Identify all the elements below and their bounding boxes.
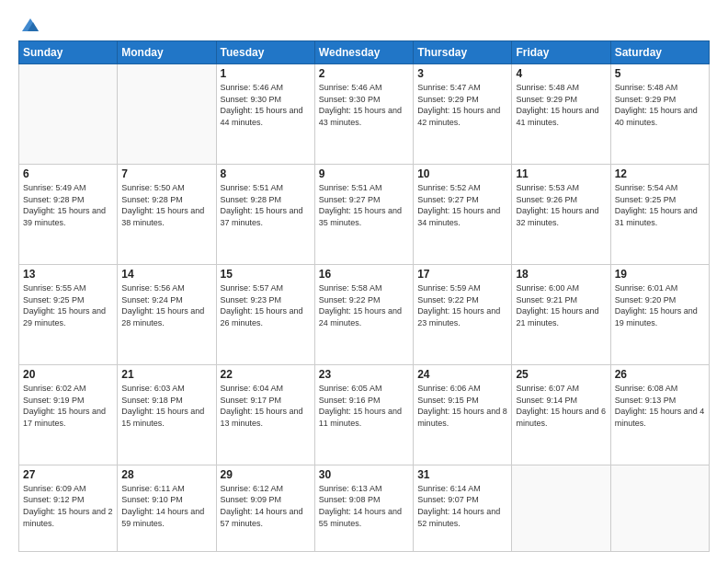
calendar-cell: 7Sunrise: 5:50 AMSunset: 9:28 PMDaylight…	[118, 164, 216, 264]
day-number: 29	[221, 468, 311, 481]
day-info: Sunrise: 5:46 AMSunset: 9:30 PMDaylight:…	[319, 82, 409, 128]
day-info: Sunrise: 5:55 AMSunset: 9:25 PMDaylight:…	[23, 282, 113, 328]
calendar-cell: 8Sunrise: 5:51 AMSunset: 9:28 PMDaylight…	[216, 164, 314, 264]
day-info: Sunrise: 6:02 AMSunset: 9:19 PMDaylight:…	[23, 383, 113, 429]
weekday-header-thursday: Thursday	[414, 41, 512, 64]
calendar-cell: 14Sunrise: 5:56 AMSunset: 9:24 PMDayligh…	[118, 264, 216, 364]
day-number: 27	[23, 468, 113, 481]
weekday-header-monday: Monday	[118, 41, 216, 64]
day-number: 19	[615, 268, 705, 281]
day-number: 8	[221, 167, 311, 180]
day-info: Sunrise: 6:00 AMSunset: 9:21 PMDaylight:…	[516, 282, 606, 328]
day-info: Sunrise: 6:06 AMSunset: 9:15 PMDaylight:…	[417, 383, 507, 429]
day-info: Sunrise: 5:46 AMSunset: 9:30 PMDaylight:…	[221, 82, 311, 128]
calendar-cell: 1Sunrise: 5:46 AMSunset: 9:30 PMDaylight…	[216, 64, 314, 165]
day-info: Sunrise: 6:07 AMSunset: 9:14 PMDaylight:…	[516, 383, 606, 429]
day-number: 14	[121, 268, 211, 281]
day-number: 26	[615, 368, 705, 381]
day-info: Sunrise: 5:48 AMSunset: 9:29 PMDaylight:…	[516, 82, 606, 128]
day-number: 13	[23, 268, 113, 281]
day-number: 23	[319, 368, 409, 381]
day-info: Sunrise: 5:51 AMSunset: 9:28 PMDaylight:…	[221, 182, 311, 228]
day-number: 25	[516, 368, 606, 381]
calendar-cell: 26Sunrise: 6:08 AMSunset: 9:13 PMDayligh…	[610, 364, 709, 465]
day-number: 2	[319, 67, 409, 80]
calendar-cell: 12Sunrise: 5:54 AMSunset: 9:25 PMDayligh…	[610, 164, 709, 264]
day-number: 1	[221, 67, 311, 80]
day-number: 11	[516, 167, 606, 180]
calendar-table: SundayMondayTuesdayWednesdayThursdayFrid…	[18, 40, 710, 552]
calendar-cell: 19Sunrise: 6:01 AMSunset: 9:20 PMDayligh…	[610, 264, 709, 364]
calendar-cell: 18Sunrise: 6:00 AMSunset: 9:21 PMDayligh…	[512, 264, 610, 364]
calendar-cell: 24Sunrise: 6:06 AMSunset: 9:15 PMDayligh…	[414, 364, 512, 465]
header	[18, 15, 710, 31]
calendar-cell: 3Sunrise: 5:47 AMSunset: 9:29 PMDaylight…	[414, 64, 512, 165]
day-number: 16	[319, 268, 409, 281]
calendar-cell: 2Sunrise: 5:46 AMSunset: 9:30 PMDaylight…	[314, 64, 413, 165]
day-number: 4	[516, 67, 606, 80]
calendar-cell: 28Sunrise: 6:11 AMSunset: 9:10 PMDayligh…	[118, 465, 216, 551]
weekday-header-friday: Friday	[512, 41, 610, 64]
weekday-header-wednesday: Wednesday	[314, 41, 413, 64]
day-number: 7	[121, 167, 211, 180]
day-number: 3	[417, 67, 507, 80]
calendar-cell: 15Sunrise: 5:57 AMSunset: 9:23 PMDayligh…	[216, 264, 314, 364]
day-number: 15	[221, 268, 311, 281]
calendar-cell: 23Sunrise: 6:05 AMSunset: 9:16 PMDayligh…	[314, 364, 413, 465]
calendar-week-3: 13Sunrise: 5:55 AMSunset: 9:25 PMDayligh…	[19, 264, 710, 364]
day-info: Sunrise: 6:05 AMSunset: 9:16 PMDaylight:…	[319, 383, 409, 429]
day-info: Sunrise: 6:14 AMSunset: 9:07 PMDaylight:…	[417, 483, 507, 529]
day-number: 20	[23, 368, 113, 381]
day-info: Sunrise: 5:48 AMSunset: 9:29 PMDaylight:…	[615, 82, 705, 128]
calendar-cell: 6Sunrise: 5:49 AMSunset: 9:28 PMDaylight…	[19, 164, 118, 264]
day-number: 5	[615, 67, 705, 80]
day-number: 31	[417, 468, 507, 481]
calendar-cell	[512, 465, 610, 551]
calendar-cell: 11Sunrise: 5:53 AMSunset: 9:26 PMDayligh…	[512, 164, 610, 264]
day-info: Sunrise: 6:08 AMSunset: 9:13 PMDaylight:…	[615, 383, 705, 429]
day-number: 9	[319, 167, 409, 180]
day-number: 21	[121, 368, 211, 381]
weekday-header-sunday: Sunday	[19, 41, 118, 64]
day-info: Sunrise: 5:49 AMSunset: 9:28 PMDaylight:…	[23, 182, 113, 228]
day-info: Sunrise: 6:04 AMSunset: 9:17 PMDaylight:…	[221, 383, 311, 429]
day-info: Sunrise: 5:57 AMSunset: 9:23 PMDaylight:…	[221, 282, 311, 328]
day-number: 24	[417, 368, 507, 381]
day-info: Sunrise: 6:01 AMSunset: 9:20 PMDaylight:…	[615, 282, 705, 328]
day-info: Sunrise: 5:53 AMSunset: 9:26 PMDaylight:…	[516, 182, 606, 228]
day-number: 28	[121, 468, 211, 481]
calendar-cell: 17Sunrise: 5:59 AMSunset: 9:22 PMDayligh…	[414, 264, 512, 364]
calendar-cell: 13Sunrise: 5:55 AMSunset: 9:25 PMDayligh…	[19, 264, 118, 364]
calendar-cell	[610, 465, 709, 551]
day-info: Sunrise: 5:50 AMSunset: 9:28 PMDaylight:…	[121, 182, 211, 228]
calendar-cell: 29Sunrise: 6:12 AMSunset: 9:09 PMDayligh…	[216, 465, 314, 551]
calendar-cell: 21Sunrise: 6:03 AMSunset: 9:18 PMDayligh…	[118, 364, 216, 465]
calendar-cell: 22Sunrise: 6:04 AMSunset: 9:17 PMDayligh…	[216, 364, 314, 465]
calendar-week-4: 20Sunrise: 6:02 AMSunset: 9:19 PMDayligh…	[19, 364, 710, 465]
calendar-cell: 31Sunrise: 6:14 AMSunset: 9:07 PMDayligh…	[414, 465, 512, 551]
calendar-cell: 10Sunrise: 5:52 AMSunset: 9:27 PMDayligh…	[414, 164, 512, 264]
calendar-week-1: 1Sunrise: 5:46 AMSunset: 9:30 PMDaylight…	[19, 64, 710, 165]
day-info: Sunrise: 5:51 AMSunset: 9:27 PMDaylight:…	[319, 182, 409, 228]
day-info: Sunrise: 6:03 AMSunset: 9:18 PMDaylight:…	[121, 383, 211, 429]
weekday-header-saturday: Saturday	[610, 41, 709, 64]
day-number: 6	[23, 167, 113, 180]
day-number: 12	[615, 167, 705, 180]
weekday-header-tuesday: Tuesday	[216, 41, 314, 64]
day-info: Sunrise: 5:58 AMSunset: 9:22 PMDaylight:…	[319, 282, 409, 328]
day-info: Sunrise: 6:09 AMSunset: 9:12 PMDaylight:…	[23, 483, 113, 529]
calendar-week-2: 6Sunrise: 5:49 AMSunset: 9:28 PMDaylight…	[19, 164, 710, 264]
day-number: 22	[221, 368, 311, 381]
calendar-cell: 25Sunrise: 6:07 AMSunset: 9:14 PMDayligh…	[512, 364, 610, 465]
calendar-cell: 20Sunrise: 6:02 AMSunset: 9:19 PMDayligh…	[19, 364, 118, 465]
logo-icon	[20, 15, 40, 35]
weekday-header-row: SundayMondayTuesdayWednesdayThursdayFrid…	[19, 41, 710, 64]
calendar-page: SundayMondayTuesdayWednesdayThursdayFrid…	[0, 0, 728, 563]
day-info: Sunrise: 5:59 AMSunset: 9:22 PMDaylight:…	[417, 282, 507, 328]
logo	[18, 15, 40, 31]
calendar-cell: 4Sunrise: 5:48 AMSunset: 9:29 PMDaylight…	[512, 64, 610, 165]
day-number: 18	[516, 268, 606, 281]
calendar-cell: 5Sunrise: 5:48 AMSunset: 9:29 PMDaylight…	[610, 64, 709, 165]
day-info: Sunrise: 6:11 AMSunset: 9:10 PMDaylight:…	[121, 483, 211, 529]
day-info: Sunrise: 5:56 AMSunset: 9:24 PMDaylight:…	[121, 282, 211, 328]
